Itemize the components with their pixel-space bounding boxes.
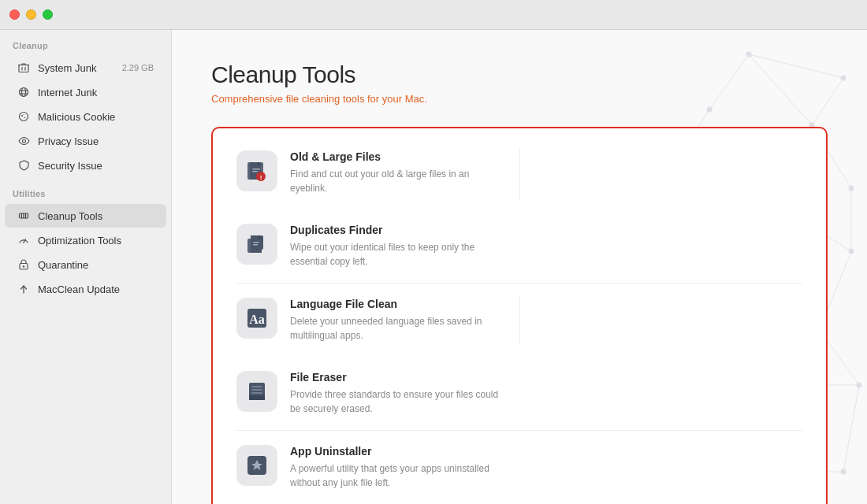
svg-rect-69 — [251, 392, 262, 394]
system-junk-badge: 2.29 GB — [122, 63, 154, 72]
sidebar-item-security-issue[interactable]: Security Issue — [5, 154, 166, 177]
sidebar-item-macclean-update[interactable]: MacClean Update — [5, 277, 166, 301]
tool-old-large-files[interactable]: ! Old & Large Files Find and cut out you… — [221, 136, 519, 209]
language-icon-wrapper: Aa — [236, 298, 277, 339]
gauge-icon — [17, 234, 30, 246]
duplicates-icon — [244, 231, 270, 258]
eye-icon — [17, 135, 30, 147]
security-issue-label: Security Issue — [38, 160, 154, 172]
app-body: Cleanup System Junk 2.29 GB — [0, 30, 867, 504]
svg-point-8 — [20, 113, 28, 121]
tools-row-2: Aa Language File Clean Delete your unnee… — [221, 284, 818, 430]
eraser-desc: Provide three standards to ensure your f… — [290, 387, 504, 416]
page-title: Cleanup Tools — [211, 61, 828, 88]
tool-app-uninstaller[interactable]: App Uninstaller A powerful utility that … — [221, 431, 519, 504]
svg-point-11 — [23, 114, 24, 115]
language-name: Language File Clean — [290, 298, 504, 310]
privacy-issue-label: Privacy Issue — [38, 135, 154, 147]
sidebar: Cleanup System Junk 2.29 GB — [0, 30, 172, 504]
duplicates-info: Duplicates Finder Wipe out your identica… — [290, 224, 504, 269]
svg-rect-56 — [252, 169, 260, 170]
sidebar-item-malicious-cookie[interactable]: Malicious Cookie — [5, 105, 166, 128]
sidebar-item-privacy-issue[interactable]: Privacy Issue — [5, 129, 166, 153]
svg-point-44 — [849, 186, 854, 191]
tool-file-eraser[interactable]: File Eraser Provide three standards to e… — [221, 357, 519, 430]
svg-point-40 — [746, 52, 752, 57]
lock-icon — [17, 258, 30, 271]
sidebar-item-internet-junk[interactable]: Internet Junk — [5, 80, 166, 104]
eraser-info: File Eraser Provide three standards to e… — [290, 371, 504, 416]
svg-point-52 — [707, 107, 713, 113]
svg-rect-62 — [253, 242, 259, 243]
cookie-icon — [17, 110, 30, 123]
shield-icon — [17, 159, 30, 172]
svg-point-42 — [841, 76, 847, 81]
svg-point-45 — [849, 249, 854, 254]
uninstaller-icon-wrapper — [236, 445, 277, 486]
col-divider-1 — [519, 147, 520, 198]
close-button[interactable] — [9, 9, 20, 20]
svg-rect-68 — [251, 389, 262, 391]
sidebar-divider — [0, 178, 171, 189]
sidebar-item-system-junk[interactable]: System Junk 2.29 GB — [5, 56, 166, 80]
sidebar-item-quarantine[interactable]: Quarantine — [5, 253, 166, 276]
svg-point-9 — [21, 115, 23, 117]
duplicates-name: Duplicates Finder — [290, 224, 504, 236]
utilities-section-label: Utilities — [0, 189, 171, 203]
svg-text:!: ! — [260, 174, 262, 181]
col-divider-2 — [519, 295, 520, 346]
tools-row-1: ! Old & Large Files Find and cut out you… — [221, 136, 818, 283]
svg-rect-57 — [252, 171, 258, 172]
uninstaller-icon — [244, 452, 270, 479]
svg-rect-63 — [253, 244, 258, 246]
eraser-name: File Eraser — [290, 371, 504, 384]
svg-text:Aa: Aa — [249, 313, 265, 326]
svg-point-5 — [22, 88, 26, 97]
sidebar-item-cleanup-tools[interactable]: Cleanup Tools — [5, 204, 166, 228]
tools-row-3: App Uninstaller A powerful utility that … — [221, 431, 818, 504]
empty-cell — [519, 431, 818, 504]
duplicates-desc: Wipe out your identical files to keep on… — [290, 240, 504, 269]
svg-point-10 — [24, 117, 26, 119]
old-files-icon: ! — [244, 158, 270, 184]
svg-rect-0 — [19, 65, 28, 72]
system-junk-label: System Junk — [38, 62, 114, 74]
svg-line-34 — [843, 385, 859, 472]
svg-point-20 — [23, 265, 24, 267]
language-icon: Aa — [244, 305, 270, 332]
cleanup-section-label: Cleanup — [0, 41, 171, 55]
main-content: Cleanup Tools Comprehensive file cleanin… — [172, 30, 867, 504]
svg-rect-71 — [249, 395, 265, 400]
tools-grid-container: ! Old & Large Files Find and cut out you… — [211, 127, 828, 504]
minimize-button[interactable] — [26, 9, 36, 20]
eraser-icon-wrapper — [236, 371, 277, 412]
globe-icon — [17, 86, 30, 98]
old-files-icon-wrapper: ! — [236, 150, 277, 191]
maximize-button[interactable] — [43, 9, 53, 20]
old-files-name: Old & Large Files — [290, 150, 504, 163]
uninstaller-info: App Uninstaller A powerful utility that … — [290, 445, 504, 490]
page-subtitle: Comprehensive file cleaning tools for yo… — [211, 93, 828, 105]
svg-point-48 — [857, 383, 862, 388]
duplicates-icon-wrapper — [236, 224, 277, 265]
svg-rect-67 — [251, 386, 262, 387]
svg-point-18 — [23, 242, 24, 243]
uninstaller-name: App Uninstaller — [290, 445, 504, 458]
old-files-info: Old & Large Files Find and cut out your … — [290, 150, 504, 195]
trash-icon — [17, 61, 30, 74]
optimization-tools-label: Optimization Tools — [38, 235, 154, 246]
quarantine-label: Quarantine — [38, 259, 154, 271]
arrow-up-icon — [17, 283, 30, 295]
internet-junk-label: Internet Junk — [38, 87, 154, 98]
cleanup-tools-label: Cleanup Tools — [38, 210, 154, 222]
svg-point-12 — [22, 139, 25, 143]
tool-language-file-clean[interactable]: Aa Language File Clean Delete your unnee… — [221, 284, 519, 357]
svg-point-50 — [841, 469, 847, 475]
eraser-icon — [244, 378, 270, 405]
tool-duplicates-finder[interactable]: Duplicates Finder Wipe out your identica… — [221, 209, 519, 283]
titlebar — [0, 0, 867, 30]
old-files-desc: Find and cut out your old & large files … — [290, 167, 504, 195]
macclean-update-label: MacClean Update — [38, 284, 154, 295]
wrench-icon — [17, 209, 30, 222]
sidebar-item-optimization-tools[interactable]: Optimization Tools — [5, 228, 166, 252]
